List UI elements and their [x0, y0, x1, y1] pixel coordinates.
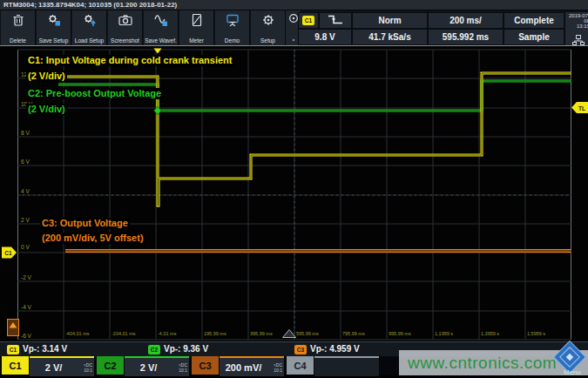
time-value: 13:15: [577, 24, 588, 29]
button-label: Demo: [225, 37, 240, 44]
channel-c4-button[interactable]: C4: [287, 356, 314, 375]
channel-c4-settings[interactable]: [314, 356, 379, 376]
camera-icon: [118, 13, 133, 30]
channel-c3-settings[interactable]: 200 mV/ ≈DC10:1: [220, 356, 284, 376]
button-label: Screenshot: [111, 37, 139, 44]
load-setup-button[interactable]: Load Setup: [72, 10, 107, 45]
measurement-2-channel-badge[interactable]: C2: [148, 345, 160, 354]
timebase-value: 200 ms/: [449, 16, 482, 25]
waveform-icon: [153, 13, 169, 30]
gear-icon: [260, 13, 276, 30]
button-label: Setup: [260, 37, 275, 44]
watermark-text: www.cntronics.com: [408, 354, 557, 373]
trigger-mode-value: Norm: [378, 16, 401, 25]
dot-icon: [292, 30, 295, 45]
timebase-cell[interactable]: 200 ms/: [428, 12, 504, 29]
delete-button[interactable]: Delete: [1, 10, 36, 45]
channel-c2-button[interactable]: C2: [97, 356, 124, 375]
channel-c2-scale: 2 V/: [125, 362, 172, 373]
sample-rate-cell[interactable]: 41.7 kSa/s: [352, 29, 428, 45]
channel-c1-scale: 2 V/: [30, 362, 78, 373]
annotation-c3-title: C3: Output Voltage: [40, 218, 130, 229]
button-label: Load Setup: [75, 37, 104, 44]
acquire-mode-value: Sample: [518, 32, 550, 42]
circle-dot-icon: [288, 11, 299, 27]
channel-c1-button[interactable]: C1: [2, 356, 29, 375]
acquisition-status-cell[interactable]: Complete: [504, 12, 564, 29]
datetime-panel: 2019-07-08 13:15: [564, 11, 588, 48]
measurement-1-value: Vp-: 3.14 V: [23, 344, 67, 354]
load-setup-gear-icon: [82, 13, 98, 30]
channel-c3-scale: 200 mV/: [220, 362, 267, 373]
measurement-2-value: Vp-: 9.36 V: [164, 344, 208, 354]
annotation-c1-title: C1: Input Voltage during cold crank tran…: [26, 55, 234, 66]
acquisition-status-value: Complete: [514, 16, 554, 25]
channel-c3-button[interactable]: C3: [192, 356, 219, 375]
device-info-bar: RTM3004; 1335.8794K04; 101035 (01.200 20…: [0, 0, 588, 10]
channel-c2-settings[interactable]: 2 V/ ≈DC10:1: [125, 356, 189, 376]
horizontal-position-cell[interactable]: 595.992 ms: [428, 29, 504, 45]
channel-c3-coupling: ≈DC10:1: [267, 362, 284, 373]
measurement-3-channel-badge[interactable]: C3: [294, 345, 307, 354]
setup-button[interactable]: Setup: [251, 10, 286, 45]
acquire-mode-cell[interactable]: Sample: [504, 29, 564, 45]
trigger-mode-cell[interactable]: Norm: [352, 12, 428, 29]
channel-c1-settings[interactable]: 2 V/ ≈DC10:1: [30, 356, 94, 376]
annotation-c2-title: C2: Pre-boost Output Voltage: [26, 88, 163, 99]
save-setup-gear-icon: [46, 13, 62, 30]
annotation-c1-scale: (2 V/div): [26, 71, 67, 82]
button-label: Meter: [189, 37, 204, 44]
save-waveform-button[interactable]: Save Wavef.: [144, 10, 179, 45]
button-label: Delete: [10, 37, 26, 44]
menu-button[interactable]: Menu: [556, 368, 588, 376]
annotation-c2-scale: (2 V/div): [26, 104, 67, 115]
channel-c1-coupling: ≈DC10:1: [78, 362, 94, 373]
trigger-source-badge: C1: [302, 16, 314, 25]
screenshot-button[interactable]: Screenshot: [108, 10, 143, 45]
date-value: 2019-07-08: [567, 13, 588, 24]
annotation-c3-scale: (200 mV/div, 5V offset): [40, 233, 145, 244]
trash-icon: [10, 13, 26, 30]
button-label: Save Setup: [39, 37, 69, 44]
trigger-level-cell[interactable]: 9.8 V: [298, 29, 352, 45]
toolbar: Delete Save Setup Load Setup Screenshot …: [0, 10, 588, 45]
horizontal-position-value: 595.992 ms: [443, 32, 489, 42]
channel-c2-coupling: ≈DC10:1: [172, 362, 189, 373]
trigger-source-cell[interactable]: C1: [298, 12, 319, 29]
meter-button[interactable]: Meter: [179, 10, 214, 45]
sample-rate-value: 41.7 kSa/s: [368, 32, 410, 42]
save-setup-button[interactable]: Save Setup: [37, 10, 71, 45]
trigger-slope-cell[interactable]: [319, 12, 352, 29]
demo-button[interactable]: Demo: [215, 10, 250, 45]
measurement-3-value: Vp-: 4.959 V: [310, 344, 360, 354]
button-label: Save Wavef.: [145, 37, 177, 44]
trigger-level-value: 9.8 V: [314, 32, 335, 42]
meter-icon: [189, 13, 205, 30]
presentation-screen-icon: [225, 13, 240, 30]
falling-edge-icon: [326, 14, 345, 27]
measurement-1-channel-badge[interactable]: C1: [7, 345, 19, 354]
